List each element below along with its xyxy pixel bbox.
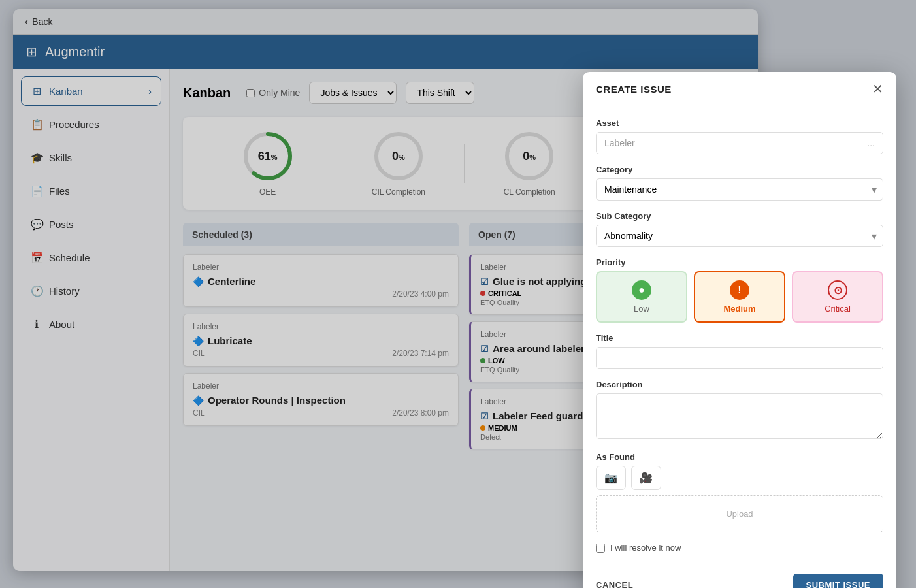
priority-low-label: Low [634, 304, 649, 314]
modal-footer: CANCEL SUBMIT ISSUE [583, 564, 896, 588]
critical-priority-icon: ⊙ [828, 280, 847, 300]
modal-body: Asset Labeler ... Category Maintenance Q… [583, 106, 896, 564]
priority-form-group: Priority ● Low ! Medium ⊙ Critical [596, 257, 883, 323]
modal-close-button[interactable]: ✕ [872, 82, 883, 95]
asset-field[interactable]: Labeler ... [596, 132, 883, 154]
video-button[interactable]: 🎥 [631, 466, 661, 490]
subcategory-label: Sub Category [596, 211, 883, 221]
subcategory-select-wrapper: Abnormality Defect Near Miss Other [596, 225, 883, 247]
as-found-form-group: As Found 📷 🎥 Upload [596, 452, 883, 532]
resolve-label: I will resolve it now [610, 543, 681, 553]
submit-issue-button[interactable]: SUBMIT ISSUE [793, 574, 883, 588]
low-priority-icon: ● [632, 280, 651, 300]
priority-critical-button[interactable]: ⊙ Critical [792, 271, 883, 323]
priority-medium-label: Medium [723, 304, 755, 314]
resolve-checkbox-row: I will resolve it now [596, 543, 883, 553]
priority-critical-label: Critical [825, 304, 851, 314]
medium-priority-icon: ! [730, 280, 749, 300]
asset-label: Asset [596, 118, 883, 128]
description-label: Description [596, 380, 883, 389]
resolve-checkbox[interactable] [596, 544, 605, 553]
asset-dots: ... [867, 138, 875, 148]
category-select-wrapper: Maintenance Quality Safety Other [596, 178, 883, 201]
subcategory-form-group: Sub Category Abnormality Defect Near Mis… [596, 211, 883, 247]
title-form-group: Title [596, 333, 883, 369]
description-textarea[interactable] [596, 393, 883, 439]
create-issue-modal: CREATE ISSUE ✕ Asset Labeler ... Categor… [583, 72, 896, 588]
upload-area[interactable]: Upload [596, 495, 883, 532]
title-input[interactable] [596, 347, 883, 369]
upload-label: Upload [726, 509, 753, 519]
camera-button[interactable]: 📷 [596, 466, 626, 490]
as-found-buttons: 📷 🎥 [596, 466, 883, 490]
priority-low-button[interactable]: ● Low [596, 271, 687, 323]
title-label: Title [596, 333, 883, 343]
modal-header: CREATE ISSUE ✕ [583, 72, 896, 106]
asset-form-group: Asset Labeler ... [596, 118, 883, 154]
video-icon: 🎥 [640, 472, 653, 483]
subcategory-select[interactable]: Abnormality Defect Near Miss Other [596, 225, 883, 247]
modal-title: CREATE ISSUE [596, 84, 672, 95]
cancel-button[interactable]: CANCEL [596, 580, 633, 588]
priority-medium-button[interactable]: ! Medium [694, 271, 785, 323]
asset-value: Labeler [604, 138, 635, 148]
as-found-label: As Found [596, 452, 883, 462]
priority-label: Priority [596, 257, 883, 267]
category-label: Category [596, 165, 883, 174]
description-form-group: Description [596, 380, 883, 442]
priority-row: ● Low ! Medium ⊙ Critical [596, 271, 883, 323]
camera-icon: 📷 [604, 472, 617, 483]
category-select[interactable]: Maintenance Quality Safety Other [596, 178, 883, 201]
category-form-group: Category Maintenance Quality Safety Othe… [596, 165, 883, 201]
